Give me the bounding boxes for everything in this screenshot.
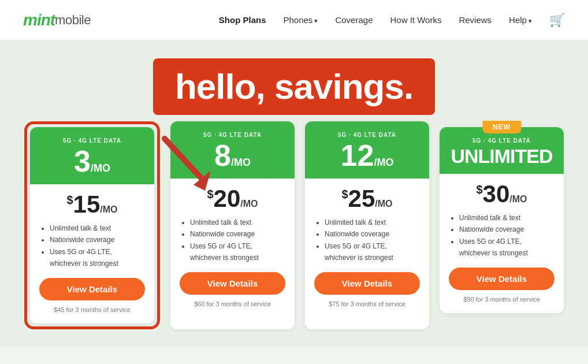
nav-item-shop-plans[interactable]: Shop Plans xyxy=(219,15,266,25)
plan-gb-unit-12gb: /MO xyxy=(374,157,393,168)
plan-price-value-unlimited: 30 xyxy=(483,180,510,207)
nav-item-phones[interactable]: Phones xyxy=(284,15,318,25)
plan-feature-3gb-0: Unlimited talk & text xyxy=(50,222,145,234)
plan-header-3gb: 5G · 4G LTE DATA 3/MO xyxy=(30,127,154,184)
plan-price-unlimited: $30/MO xyxy=(449,182,554,206)
cart-icon[interactable]: 🛒 xyxy=(549,13,565,28)
nav-link-help[interactable]: Help xyxy=(509,15,532,25)
plan-price-unit-unlimited: /MO xyxy=(509,194,527,204)
plan-gb-value-8gb: 8 xyxy=(214,139,231,172)
plan-features-8gb: Unlimited talk & text Nationwide coverag… xyxy=(180,217,285,264)
plan-body-8gb: $20/MO Unlimited talk & text Nationwide … xyxy=(170,179,295,318)
nav-link-phones[interactable]: Phones xyxy=(284,15,318,25)
plan-header-8gb: 5G · 4G LTE DATA 8/MO xyxy=(170,121,295,179)
plan-data-label-3gb: 5G · 4G LTE DATA xyxy=(39,138,145,144)
plan-price-12gb: $25/MO xyxy=(314,187,420,211)
plan-feature-8gb-1: Nationwide coverage xyxy=(190,228,285,240)
nav-item-reviews[interactable]: Reviews xyxy=(459,15,492,25)
view-details-button-8gb[interactable]: View Details xyxy=(180,272,285,295)
plan-gb-12gb: 12/MO xyxy=(314,140,420,170)
plan-price-8gb: $20/MO xyxy=(180,187,285,211)
plan-data-label-unlimited: 5G · 4G LTE DATA xyxy=(449,138,554,144)
plan-header-12gb: 5G · 4G LTE DATA 12/MO xyxy=(305,121,429,179)
logo: mintmobile xyxy=(23,11,91,29)
plans-section: 5G · 4G LTE DATA 3/MO $15/MO Unlimited t… xyxy=(0,116,588,347)
plan-body-12gb: $25/MO Unlimited talk & text Nationwide … xyxy=(305,179,429,318)
hero-section: hello, savings. xyxy=(0,40,588,116)
plan-footnote-8gb: $60 for 3 months of service xyxy=(180,300,285,312)
plan-body-3gb: $15/MO Unlimited talk & text Nationwide … xyxy=(30,184,154,324)
plan-footnote-12gb: $75 for 3 months of service xyxy=(314,300,420,312)
plan-features-unlimited: Unlimited talk & text Nationwide coverag… xyxy=(449,212,554,259)
plan-data-label-8gb: 5G · 4G LTE DATA xyxy=(180,132,285,138)
nav-item-coverage[interactable]: Coverage xyxy=(335,15,373,25)
nav-link-how-it-works[interactable]: How It Works xyxy=(390,15,441,25)
plan-feature-unlimited-1: Nationwide coverage xyxy=(459,224,554,235)
plan-gb-unit-3gb: /MO xyxy=(91,162,110,174)
plan-gb-value-12gb: 12 xyxy=(341,139,374,172)
plan-card-unlimited: 5G · 4G LTE DATA UNLIMITED $30/MO Unlimi… xyxy=(440,127,564,313)
new-badge-unlimited: NEW xyxy=(482,121,521,133)
plan-feature-12gb-1: Nationwide coverage xyxy=(325,228,420,240)
plan-price-value-12gb: 25 xyxy=(348,185,375,212)
plan-price-value-3gb: 15 xyxy=(73,191,101,218)
plan-price-value-8gb: 20 xyxy=(214,185,241,212)
plan-body-unlimited: $30/MO Unlimited talk & text Nationwide … xyxy=(440,174,564,313)
plan-gb-unit-8gb: /MO xyxy=(231,157,251,168)
plan-gb-value-3gb: 3 xyxy=(74,144,91,178)
plan-price-unit-3gb: /MO xyxy=(100,205,117,214)
plan-price-unit-12gb: /MO xyxy=(375,199,392,209)
hero-text: hello, savings. xyxy=(175,69,413,105)
view-details-button-unlimited[interactable]: View Details xyxy=(449,268,554,290)
plan-footnote-3gb: $45 for 3 months of service xyxy=(39,306,145,318)
plan-card-8gb: 5G · 4G LTE DATA 8/MO $20/MO Unlimited t… xyxy=(170,121,295,329)
plan-price-unit-8gb: /MO xyxy=(240,199,258,209)
view-details-button-12gb[interactable]: View Details xyxy=(314,272,420,295)
plan-gb-3gb: 3/MO xyxy=(39,146,145,176)
plan-feature-12gb-2: Uses 5G or 4G LTE, whichever is stronges… xyxy=(325,240,420,264)
plan-header-unlimited: 5G · 4G LTE DATA UNLIMITED xyxy=(440,127,564,174)
nav-link-shop-plans[interactable]: Shop Plans xyxy=(219,15,266,25)
nav-link-coverage[interactable]: Coverage xyxy=(335,15,373,25)
plan-features-12gb: Unlimited talk & text Nationwide coverag… xyxy=(314,217,420,264)
nav-link-reviews[interactable]: Reviews xyxy=(459,15,492,25)
nav-item-help[interactable]: Help xyxy=(509,15,532,25)
plan-card-3gb: 5G · 4G LTE DATA 3/MO $15/MO Unlimited t… xyxy=(30,127,154,324)
logo-mint: mint xyxy=(23,11,55,29)
view-details-button-3gb[interactable]: View Details xyxy=(39,278,145,300)
plan-feature-12gb-0: Unlimited talk & text xyxy=(325,217,420,228)
nav-item-how-it-works[interactable]: How It Works xyxy=(390,15,441,25)
plan-footnote-unlimited: $90 for 3 months of service xyxy=(449,296,554,307)
plan-feature-3gb-2: Uses 5G or 4G LTE, whichever is stronges… xyxy=(50,246,145,270)
plan-feature-8gb-0: Unlimited talk & text xyxy=(190,217,285,228)
plan-features-3gb: Unlimited talk & text Nationwide coverag… xyxy=(39,222,145,270)
logo-mobile: mobile xyxy=(55,13,91,28)
nav-links: Shop Plans Phones Coverage How It Works … xyxy=(219,15,532,25)
plan-gb-8gb: 8/MO xyxy=(180,140,285,170)
plan-feature-8gb-2: Uses 5G or 4G LTE, whichever is stronges… xyxy=(190,240,285,264)
plan-card-12gb: 5G · 4G LTE DATA 12/MO $25/MO Unlimited … xyxy=(305,121,429,329)
plan-feature-unlimited-0: Unlimited talk & text xyxy=(459,212,554,224)
plan-card-wrapper-unlimited: NEW 5G · 4G LTE DATA UNLIMITED $30/MO Un… xyxy=(440,121,564,329)
plan-gb-unlimited: UNLIMITED xyxy=(449,146,554,166)
navbar: mintmobile Shop Plans Phones Coverage Ho… xyxy=(0,0,588,40)
plan-card-featured-3gb: 5G · 4G LTE DATA 3/MO $15/MO Unlimited t… xyxy=(24,121,160,329)
plan-price-3gb: $15/MO xyxy=(39,192,145,217)
plan-feature-3gb-1: Nationwide coverage xyxy=(50,234,145,246)
plan-data-label-12gb: 5G · 4G LTE DATA xyxy=(314,132,420,138)
plan-feature-unlimited-2: Uses 5G or 4G LTE, whichever is stronges… xyxy=(459,236,554,259)
hero-banner: hello, savings. xyxy=(153,58,435,115)
